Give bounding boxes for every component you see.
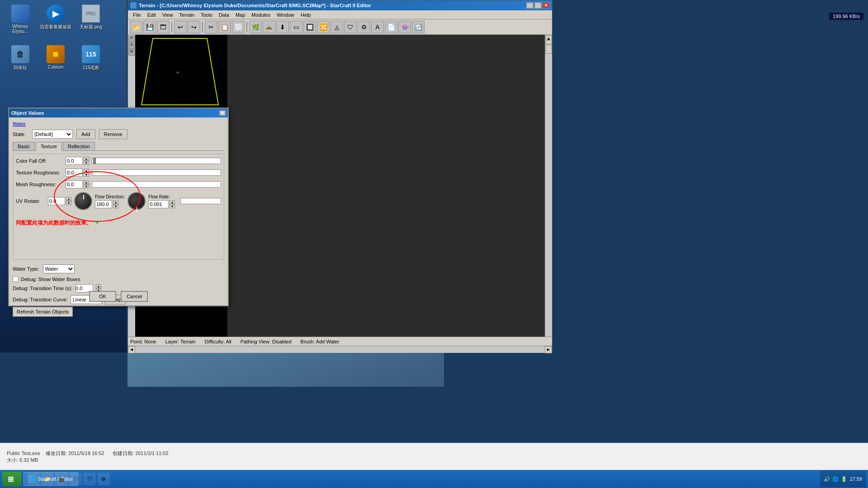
left-panel-item-1[interactable]: D: [128, 36, 135, 42]
desktop-icon-recycle[interactable]: 🗑 回收站: [5, 45, 36, 71]
state-select[interactable]: [Default]: [32, 130, 73, 139]
toolbar-refresh[interactable]: 🔃: [412, 21, 425, 33]
ql-icon-6[interactable]: ⚙: [97, 473, 110, 485]
uv-rotate-increment[interactable]: ▲: [66, 197, 71, 201]
toolbar-terrain5[interactable]: 🔲: [303, 21, 316, 33]
scroll-thumb[interactable]: [546, 45, 552, 54]
menu-modules[interactable]: Modules: [249, 11, 273, 19]
toolbar-terrain7[interactable]: ◬: [330, 21, 343, 33]
flow-rate-input[interactable]: [148, 200, 169, 208]
desktop-icon-cubium[interactable]: ■ Cubium: [40, 45, 71, 71]
toolbar-doc[interactable]: 📄: [385, 21, 397, 33]
texture-roughness-input[interactable]: [66, 169, 83, 177]
flow-direction-dial[interactable]: [127, 192, 146, 210]
flow-direction-decrement[interactable]: ▼: [113, 204, 118, 208]
scroll-track[interactable]: [135, 347, 545, 352]
mesh-roughness-increment[interactable]: ▲: [84, 180, 89, 184]
toolbar-save[interactable]: 💾: [143, 21, 156, 33]
ql-icon-4[interactable]: 🎵: [69, 473, 82, 485]
toolbar-new[interactable]: 🗔: [157, 21, 170, 33]
ok-button[interactable]: OK: [89, 291, 116, 302]
toolbar-terrain6[interactable]: 🔀: [317, 21, 330, 33]
menu-view[interactable]: View: [160, 11, 176, 19]
add-button[interactable]: Add: [76, 129, 95, 139]
color-falloff-decrement[interactable]: ▼: [84, 161, 89, 165]
close-button[interactable]: ✕: [542, 2, 550, 9]
menu-terrain[interactable]: Terrain: [176, 11, 197, 19]
menu-map[interactable]: Map: [233, 11, 248, 19]
desktop-icon-png[interactable]: PNG 无标题.png: [75, 5, 107, 34]
toolbar-copy[interactable]: 📋: [218, 21, 231, 33]
menu-tools[interactable]: Tools: [198, 11, 215, 19]
map-preview-canvas[interactable]: +: [128, 35, 227, 109]
debug-time-increment[interactable]: ▲: [96, 284, 101, 288]
uv-rotate-dial[interactable]: [74, 192, 92, 210]
ql-icon-5[interactable]: 🛡: [83, 473, 96, 485]
scroll-right-button[interactable]: ▶: [545, 346, 552, 353]
ql-icon-2[interactable]: 📁: [41, 473, 54, 485]
texture-roughness-increment[interactable]: ▲: [84, 169, 89, 173]
toolbar-redo[interactable]: ↪: [188, 21, 200, 33]
desktop-icon-115[interactable]: 115 115优惠: [75, 45, 107, 71]
texture-roughness-slider[interactable]: [92, 169, 221, 176]
tab-basic[interactable]: Basic: [13, 142, 35, 150]
flow-rate-decrement[interactable]: ▼: [170, 204, 175, 208]
main-viewport[interactable]: ▲: [227, 35, 552, 337]
uv-rotate-input[interactable]: [48, 197, 65, 205]
left-panel-item-3[interactable]: M: [128, 49, 135, 56]
menu-help[interactable]: Help: [298, 11, 314, 19]
color-falloff-input[interactable]: [66, 157, 83, 165]
dialog-close-button[interactable]: ✕: [219, 110, 226, 116]
toolbar-open[interactable]: 📂: [130, 21, 142, 33]
start-button[interactable]: ⊞: [2, 472, 21, 486]
texture-roughness-decrement[interactable]: ▼: [84, 173, 89, 177]
flow-rate-slider[interactable]: [180, 198, 221, 204]
flow-rate-increment[interactable]: ▲: [170, 200, 175, 204]
flow-direction-increment[interactable]: ▲: [113, 200, 118, 204]
water-type-select[interactable]: Water: [43, 264, 75, 273]
mesh-roughness-input[interactable]: [66, 180, 83, 188]
toolbar-undo[interactable]: ↩: [174, 21, 187, 33]
toolbar-terrain4[interactable]: ▭: [290, 21, 302, 33]
debug-boxes-checkbox[interactable]: [13, 276, 19, 282]
toolbar-text[interactable]: A: [371, 21, 384, 33]
scroll-up-button[interactable]: ▲: [546, 35, 552, 44]
scrollbar-horizontal[interactable]: ◀ ▶: [128, 346, 552, 353]
mesh-roughness-decrement[interactable]: ▼: [84, 184, 89, 188]
tab-reflection[interactable]: Reflection: [63, 142, 95, 150]
desktop-icon-whimsy[interactable]: Whimsy Elysiu...: [5, 5, 36, 34]
desktop-icon-xunlei[interactable]: ▶ 迅雷看看播放器: [40, 5, 71, 34]
menu-edit[interactable]: Edit: [145, 11, 159, 19]
maximize-button[interactable]: □: [534, 2, 542, 9]
remove-button[interactable]: Remove: [99, 129, 127, 139]
mesh-roughness-slider[interactable]: [92, 181, 221, 188]
state-row: State: [Default] Add Remove: [13, 129, 224, 139]
refresh-terrain-button[interactable]: Refresh Terrain Objects: [13, 307, 73, 317]
tab-texture[interactable]: Texture: [36, 142, 62, 151]
water-link[interactable]: Water: [13, 121, 26, 127]
toolbar-paste[interactable]: ⬜: [232, 21, 245, 33]
toolbar-terrain8[interactable]: 🛡: [344, 21, 357, 33]
minimize-button[interactable]: ─: [526, 2, 533, 9]
scrollbar-vertical[interactable]: ▲: [545, 35, 552, 337]
flow-direction-input[interactable]: [95, 200, 112, 208]
cancel-button[interactable]: Cancel: [121, 291, 148, 302]
menu-file[interactable]: File: [130, 11, 144, 19]
toolbar-terrain3[interactable]: ⬇: [276, 21, 289, 33]
slider-handle[interactable]: [93, 158, 96, 164]
toolbar-settings[interactable]: ⚙: [358, 21, 370, 33]
toolbar-unit[interactable]: 👾: [398, 21, 411, 33]
toolbar-terrain1[interactable]: 🌿: [249, 21, 262, 33]
toolbar-cut[interactable]: ✂: [205, 21, 217, 33]
uv-rotate-decrement[interactable]: ▼: [66, 201, 71, 205]
menu-window[interactable]: Window: [274, 11, 297, 19]
color-falloff-increment[interactable]: ▲: [84, 157, 89, 161]
left-panel-item-2[interactable]: A: [128, 42, 135, 49]
scroll-left-button[interactable]: ◀: [128, 346, 135, 353]
ql-icon-3[interactable]: 🎬: [55, 473, 68, 485]
ql-icon-1[interactable]: 🌐: [27, 473, 40, 485]
quick-launch: 🌐 📁 🎬 🎵 🛡 ⚙: [27, 473, 110, 485]
color-falloff-slider[interactable]: [92, 158, 221, 164]
menu-data[interactable]: Data: [216, 11, 232, 19]
toolbar-terrain2[interactable]: ⛰: [263, 21, 275, 33]
